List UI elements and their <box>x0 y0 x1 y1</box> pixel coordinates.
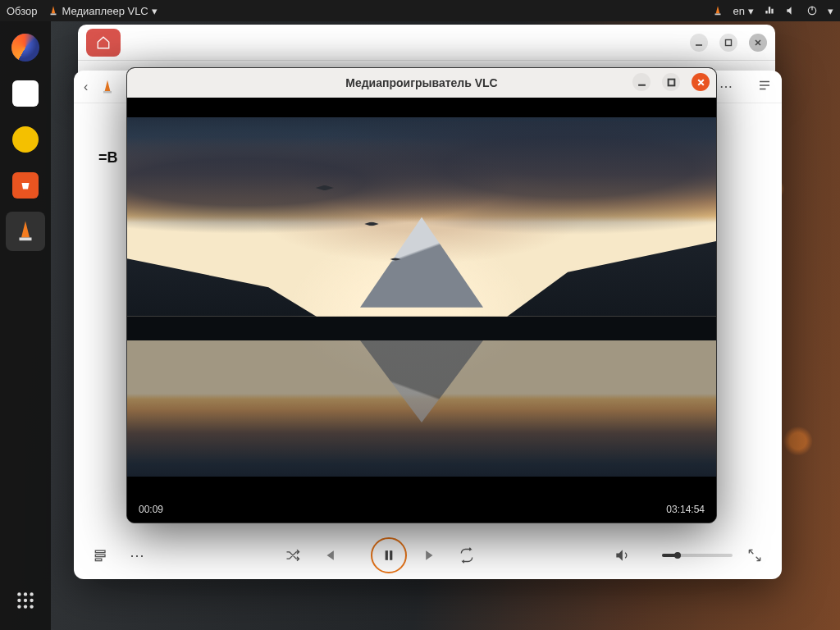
vlc-time-bar: 00:09 03:14:54 <box>127 496 716 523</box>
power-icon[interactable] <box>806 5 818 16</box>
files-icon <box>12 80 39 107</box>
svg-rect-17 <box>95 555 105 557</box>
shuffle-button[interactable] <box>284 546 302 564</box>
vlc-player-window[interactable]: Медиапроигрыватель VLC 00:09 03:14:54 <box>126 67 717 523</box>
svg-rect-14 <box>726 39 732 45</box>
apps-grid-icon <box>15 590 36 611</box>
svg-point-11 <box>17 605 21 608</box>
fullscreen-button[interactable] <box>746 546 764 564</box>
lang-label: en <box>733 5 745 17</box>
dock-firefox[interactable] <box>6 28 45 67</box>
system-menu-chevron[interactable]: ▾ <box>828 5 833 17</box>
files-maximize-button[interactable] <box>719 34 737 52</box>
pause-icon <box>382 549 395 562</box>
volume-slider[interactable] <box>662 554 733 557</box>
elapsed-time: 00:09 <box>139 504 163 515</box>
dock-vlc[interactable] <box>6 212 45 251</box>
svg-point-13 <box>30 605 33 608</box>
previous-button[interactable] <box>320 546 338 564</box>
volume-button[interactable] <box>613 546 631 564</box>
ubuntu-dock <box>0 21 51 630</box>
vlc-cone-icon <box>48 5 59 16</box>
activities-button[interactable]: Обзор <box>7 5 38 17</box>
network-icon[interactable] <box>764 5 775 16</box>
video-viewport[interactable] <box>127 98 716 496</box>
play-pause-button[interactable] <box>371 537 407 573</box>
dock-files[interactable] <box>6 74 45 113</box>
queue-icon[interactable] <box>757 78 772 96</box>
svg-point-9 <box>24 599 27 602</box>
svg-point-8 <box>17 599 21 602</box>
next-button[interactable] <box>422 546 440 564</box>
vlc-control-bar: ⋯ <box>74 532 782 579</box>
chevron-down-icon: ▾ <box>152 5 158 17</box>
vlc-minimize-button[interactable] <box>632 73 651 91</box>
sound-icon[interactable] <box>785 5 797 16</box>
more-icon[interactable]: ⋯ <box>719 79 734 94</box>
firefox-icon <box>11 34 39 62</box>
dock-rhythmbox[interactable] <box>6 120 45 159</box>
video-frame <box>127 98 716 496</box>
back-button[interactable]: ‹ <box>84 80 88 94</box>
svg-rect-15 <box>103 91 112 94</box>
gnome-top-panel: Обзор Медиаплеер VLC ▾ en ▾ ▾ <box>0 0 840 21</box>
svg-point-7 <box>30 592 33 596</box>
music-icon <box>12 126 39 153</box>
svg-rect-1 <box>714 14 720 16</box>
files-headerbar <box>78 25 775 61</box>
chevron-down-icon: ▾ <box>748 5 754 17</box>
vlc-cone-icon <box>13 219 38 244</box>
vlc-close-button[interactable] <box>692 73 710 91</box>
svg-point-6 <box>24 592 27 596</box>
vlc-maximize-button[interactable] <box>662 73 680 91</box>
svg-point-12 <box>24 605 27 608</box>
playlist-button[interactable] <box>92 546 110 564</box>
app-menu[interactable]: Медиаплеер VLC ▾ <box>48 5 158 17</box>
show-applications[interactable] <box>6 581 45 620</box>
dock-software[interactable] <box>6 166 45 205</box>
vlc-cone-icon <box>99 79 116 95</box>
svg-rect-18 <box>95 559 102 561</box>
files-close-button[interactable] <box>749 34 767 52</box>
svg-rect-20 <box>390 551 392 560</box>
total-time: 03:14:54 <box>666 504 705 515</box>
tray-vlc-icon[interactable] <box>712 5 724 16</box>
svg-point-5 <box>17 592 21 596</box>
svg-rect-4 <box>20 238 32 241</box>
loop-button[interactable] <box>458 546 476 564</box>
svg-rect-0 <box>50 14 56 16</box>
vlc-titlebar: Медиапроигрыватель VLC <box>127 68 716 98</box>
editor-fragment-text: =В <box>98 149 118 167</box>
svg-rect-19 <box>386 551 388 560</box>
app-menu-label: Медиаплеер VLC <box>62 5 148 17</box>
vlc-window-title: Медиапроигрыватель VLC <box>345 76 497 89</box>
software-icon <box>12 172 39 199</box>
svg-rect-3 <box>811 7 812 11</box>
home-icon <box>96 35 111 50</box>
files-minimize-button[interactable] <box>690 34 708 52</box>
svg-rect-21 <box>668 79 674 85</box>
svg-rect-16 <box>95 550 105 553</box>
home-path-chip[interactable] <box>86 29 121 57</box>
menu-button[interactable]: ⋯ <box>128 546 146 564</box>
svg-point-10 <box>30 599 33 602</box>
input-language[interactable]: en ▾ <box>733 5 754 17</box>
